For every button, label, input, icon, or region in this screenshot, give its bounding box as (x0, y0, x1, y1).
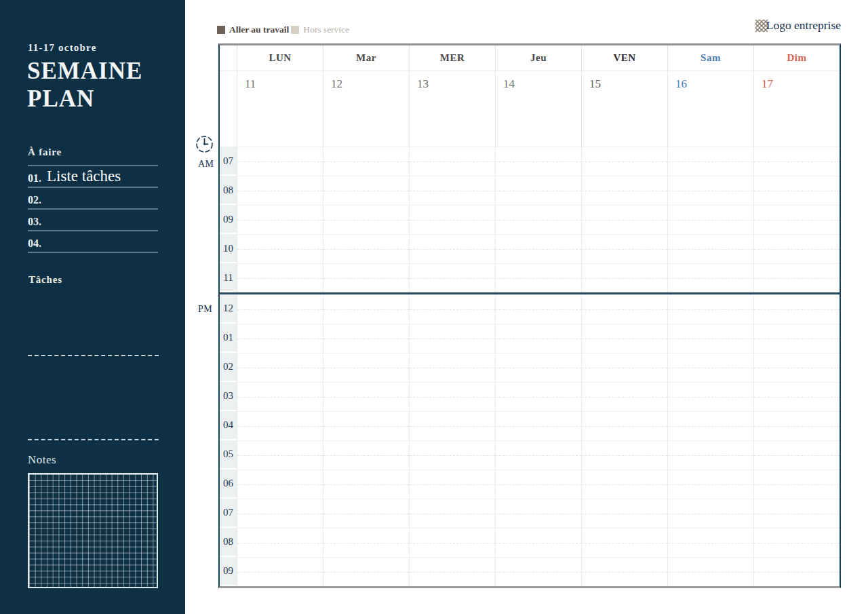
calendar-cell[interactable] (753, 147, 840, 176)
calendar-cell[interactable] (581, 383, 667, 411)
date-cell-13[interactable]: 13 (409, 71, 495, 147)
calendar-cell[interactable] (581, 176, 667, 205)
calendar-cell[interactable] (495, 353, 581, 382)
calendar-cell[interactable] (581, 147, 667, 176)
calendar-cell[interactable] (237, 176, 323, 205)
calendar-cell[interactable] (753, 529, 840, 557)
calendar-cell[interactable] (581, 295, 667, 324)
calendar-cell[interactable] (581, 529, 667, 557)
calendar-cell[interactable] (753, 412, 840, 440)
date-cell-15[interactable]: 15 (581, 71, 667, 147)
calendar-cell[interactable] (495, 412, 581, 440)
date-cell-11[interactable]: 11 (237, 71, 323, 147)
calendar-cell[interactable] (409, 529, 495, 557)
calendar-cell[interactable] (753, 206, 840, 234)
calendar-cell[interactable] (409, 324, 495, 353)
todo-item-1[interactable]: 01. Liste tâches (28, 166, 158, 188)
date-cell-12[interactable]: 12 (323, 71, 409, 147)
calendar-cell[interactable] (237, 264, 323, 292)
calendar-cell[interactable] (495, 470, 581, 499)
calendar-cell[interactable] (667, 529, 753, 557)
calendar-cell[interactable] (237, 499, 323, 528)
calendar-cell[interactable] (237, 470, 323, 499)
calendar-cell[interactable] (323, 353, 409, 382)
calendar-cell[interactable] (753, 295, 840, 324)
calendar-cell[interactable] (323, 295, 409, 324)
calendar-cell[interactable] (237, 353, 323, 382)
todo-item-4[interactable]: 04. (28, 231, 158, 253)
calendar-cell[interactable] (495, 295, 581, 324)
calendar-cell[interactable] (323, 147, 409, 176)
calendar-cell[interactable] (495, 176, 581, 205)
calendar-cell[interactable] (237, 235, 323, 263)
calendar-cell[interactable] (409, 499, 495, 528)
calendar-cell[interactable] (495, 499, 581, 528)
calendar-cell[interactable] (495, 264, 581, 292)
todo-item-2[interactable]: 02. (28, 188, 158, 210)
calendar-cell[interactable] (323, 176, 409, 205)
calendar-cell[interactable] (581, 412, 667, 440)
notes-grid-paper[interactable] (28, 473, 158, 588)
calendar-cell[interactable] (409, 176, 495, 205)
calendar-cell[interactable] (409, 264, 495, 292)
calendar-cell[interactable] (237, 412, 323, 440)
calendar-cell[interactable] (409, 235, 495, 263)
calendar-cell[interactable] (667, 147, 753, 176)
calendar-cell[interactable] (667, 295, 753, 324)
todo-item-3[interactable]: 03. (28, 210, 158, 231)
calendar-cell[interactable] (667, 470, 753, 499)
calendar-cell[interactable] (753, 176, 840, 205)
calendar-cell[interactable] (495, 383, 581, 411)
calendar-cell[interactable] (323, 558, 409, 586)
calendar-cell[interactable] (667, 324, 753, 353)
calendar-cell[interactable] (667, 412, 753, 440)
calendar-cell[interactable] (409, 558, 495, 586)
calendar-cell[interactable] (667, 353, 753, 382)
date-cell-14[interactable]: 14 (495, 71, 581, 147)
calendar-cell[interactable] (323, 529, 409, 557)
calendar-cell[interactable] (581, 558, 667, 586)
calendar-cell[interactable] (323, 235, 409, 263)
calendar-cell[interactable] (409, 412, 495, 440)
calendar-cell[interactable] (753, 441, 840, 469)
calendar-cell[interactable] (237, 441, 323, 469)
calendar-cell[interactable] (323, 324, 409, 353)
calendar-cell[interactable] (495, 147, 581, 176)
calendar-cell[interactable] (495, 235, 581, 263)
calendar-cell[interactable] (753, 470, 840, 499)
calendar-cell[interactable] (237, 295, 323, 324)
calendar-cell[interactable] (323, 264, 409, 292)
calendar-cell[interactable] (323, 499, 409, 528)
calendar-cell[interactable] (323, 206, 409, 234)
date-cell-16[interactable]: 16 (667, 71, 753, 147)
calendar-cell[interactable] (409, 147, 495, 176)
calendar-cell[interactable] (581, 470, 667, 499)
calendar-cell[interactable] (753, 264, 840, 292)
calendar-cell[interactable] (753, 324, 840, 353)
calendar-cell[interactable] (667, 264, 753, 292)
calendar-cell[interactable] (581, 206, 667, 234)
calendar-cell[interactable] (409, 470, 495, 499)
calendar-cell[interactable] (753, 235, 840, 263)
calendar-cell[interactable] (409, 295, 495, 324)
calendar-cell[interactable] (667, 441, 753, 469)
calendar-cell[interactable] (237, 206, 323, 234)
calendar-cell[interactable] (667, 558, 753, 586)
calendar-cell[interactable] (667, 176, 753, 205)
calendar-cell[interactable] (581, 499, 667, 528)
calendar-cell[interactable] (581, 264, 667, 292)
calendar-cell[interactable] (237, 558, 323, 586)
calendar-cell[interactable] (237, 383, 323, 411)
calendar-cell[interactable] (409, 353, 495, 382)
calendar-cell[interactable] (495, 558, 581, 586)
calendar-cell[interactable] (495, 206, 581, 234)
calendar-cell[interactable] (495, 441, 581, 469)
calendar-cell[interactable] (753, 353, 840, 382)
calendar-cell[interactable] (237, 147, 323, 176)
calendar-cell[interactable] (495, 324, 581, 353)
calendar-cell[interactable] (581, 324, 667, 353)
calendar-cell[interactable] (409, 206, 495, 234)
calendar-cell[interactable] (581, 353, 667, 382)
calendar-cell[interactable] (581, 235, 667, 263)
calendar-cell[interactable] (409, 383, 495, 411)
